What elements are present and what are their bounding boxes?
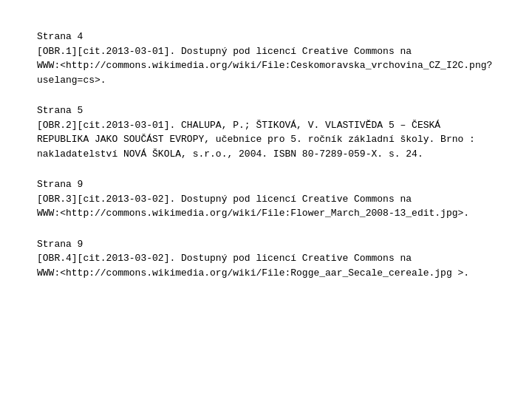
entry-1: Strana 4 [OBR.1][cit.2013-03-01]. Dostup… xyxy=(37,30,495,87)
page-content: Strana 4 [OBR.1][cit.2013-03-01]. Dostup… xyxy=(0,0,532,326)
entry-3: Strana 9 [OBR.3][cit.2013-03-02]. Dostup… xyxy=(37,177,495,221)
entry-2-text: Strana 5 [OBR.2][cit.2013-03-01]. CHALUP… xyxy=(37,103,495,161)
entry-4-text: Strana 9 [OBR.4][cit.2013-03-02]. Dostup… xyxy=(37,237,495,281)
entry-1-text: Strana 4 [OBR.1][cit.2013-03-01]. Dostup… xyxy=(37,30,495,87)
entry-4: Strana 9 [OBR.4][cit.2013-03-02]. Dostup… xyxy=(37,237,495,281)
entry-2: Strana 5 [OBR.2][cit.2013-03-01]. CHALUP… xyxy=(37,103,495,161)
entry-3-text: Strana 9 [OBR.3][cit.2013-03-02]. Dostup… xyxy=(37,177,495,221)
